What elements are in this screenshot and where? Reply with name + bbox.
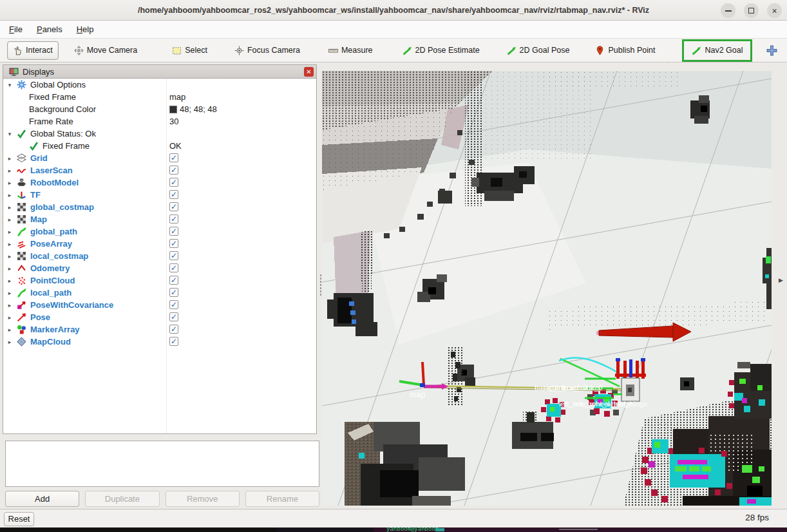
expand-arrow-icon[interactable] <box>6 204 14 211</box>
expand-arrow-icon[interactable] <box>6 302 14 309</box>
menu-file[interactable]: File <box>3 22 29 37</box>
tool-2d-goal-pose[interactable]: 2D Goal Pose <box>502 42 575 59</box>
display-checkbox[interactable] <box>169 178 178 187</box>
display-checkbox[interactable] <box>169 312 178 321</box>
display-checkbox[interactable] <box>169 263 178 272</box>
display-row-robotmodel[interactable]: RobotModel <box>3 176 316 189</box>
display-row-local-costmap[interactable]: local_costmap <box>3 250 316 262</box>
expand-arrow-icon[interactable] <box>6 216 14 223</box>
menu-panels[interactable]: Panels <box>30 22 69 37</box>
display-row-pointcloud[interactable]: PointCloud <box>3 274 316 287</box>
pose-covariance-icon <box>17 300 26 310</box>
expand-arrow-icon[interactable] <box>6 327 14 333</box>
display-row-odometry[interactable]: Odometry <box>3 262 316 274</box>
pose-icon <box>17 312 26 322</box>
reset-button[interactable]: Reset <box>4 512 34 526</box>
display-checkbox[interactable] <box>169 288 178 297</box>
display-checkbox[interactable] <box>169 153 178 162</box>
display-checkbox[interactable] <box>169 202 178 211</box>
expand-arrow-icon[interactable] <box>6 192 14 198</box>
display-name: Map <box>30 214 47 224</box>
duplicate-button[interactable]: Duplicate <box>85 491 159 507</box>
remove-button[interactable]: Remove <box>166 491 240 507</box>
display-checkbox[interactable] <box>169 227 178 236</box>
display-checkbox[interactable] <box>169 276 178 285</box>
fps-counter: 28 fps <box>745 513 769 522</box>
terminal-prompt-fragment: yahboom@yahboom <box>386 527 439 532</box>
display-row-tf[interactable]: TF <box>3 189 316 201</box>
row-fixed-frame-status[interactable]: Fixed Frame OK <box>3 140 316 152</box>
maximize-button[interactable] <box>744 3 759 18</box>
3d-viewport[interactable]: map <box>322 71 772 506</box>
panel-close-icon[interactable]: ✕ <box>304 67 314 77</box>
display-row-pose[interactable]: Pose <box>3 311 316 323</box>
title-bar[interactable]: /home/yahboom/yahboomcar_ros2_ws/yahboom… <box>0 0 787 21</box>
property-value[interactable]: map <box>169 91 185 103</box>
collapse-right-icon[interactable]: ▶ <box>779 277 783 283</box>
expand-arrow-icon[interactable] <box>6 167 14 174</box>
display-checkbox[interactable] <box>169 214 178 223</box>
expand-arrow-icon[interactable] <box>6 314 14 321</box>
display-row-laserscan[interactable]: LaserScan <box>3 164 316 176</box>
property-label: Background Color <box>29 104 96 114</box>
row-fixed-frame[interactable]: Fixed Frame map <box>3 91 316 103</box>
property-value[interactable]: 30 <box>169 115 178 128</box>
display-row-mapcloud[interactable]: MapCloud <box>3 336 316 348</box>
tool-interact[interactable]: Interact <box>7 41 59 60</box>
row-background-color[interactable]: Background Color 48; 48; 48 <box>3 103 316 115</box>
display-row-local-path[interactable]: local_path <box>3 287 316 299</box>
expand-arrow-icon[interactable] <box>6 155 14 162</box>
display-row-map[interactable]: Map <box>3 213 316 225</box>
expand-arrow-icon[interactable] <box>6 339 14 345</box>
tool-nav2-goal[interactable]: Nav2 Goal <box>687 42 748 59</box>
close-button[interactable]: × <box>767 3 782 18</box>
display-checkbox[interactable] <box>169 251 178 260</box>
row-global-status[interactable]: Global Status: Ok <box>3 128 316 140</box>
row-global-options[interactable]: Global Options <box>3 79 316 91</box>
display-row-grid[interactable]: Grid <box>3 152 316 164</box>
menu-help[interactable]: Help <box>70 22 100 37</box>
tool-label: Publish Point <box>608 46 655 55</box>
display-checkbox[interactable] <box>169 325 178 334</box>
rename-button[interactable]: Rename <box>245 491 319 507</box>
tool-select[interactable]: Select <box>167 42 213 59</box>
display-row-markerarray[interactable]: MarkerArray <box>3 323 316 336</box>
display-checkbox[interactable] <box>169 190 178 199</box>
expand-arrow-icon[interactable] <box>6 253 14 260</box>
expand-arrow-icon[interactable] <box>6 278 14 284</box>
expand-arrow-icon[interactable] <box>6 265 14 272</box>
display-checkbox[interactable] <box>169 166 178 175</box>
display-checkbox[interactable] <box>169 300 178 309</box>
expand-arrow-icon[interactable] <box>6 229 14 235</box>
tool-measure[interactable]: Measure <box>323 42 378 59</box>
displays-panel-header[interactable]: Displays ✕ <box>3 64 317 79</box>
tool-move-camera[interactable]: Move Camera <box>69 42 143 59</box>
display-row-global-path[interactable]: global_path <box>3 225 316 238</box>
gear-icon <box>17 80 26 90</box>
displays-tree[interactable]: Global Options Fixed Frame map Backgroun… <box>3 79 317 434</box>
expand-arrow-icon[interactable] <box>6 180 14 186</box>
nav2-goal-highlight-box: Nav2 Goal <box>682 39 752 62</box>
costmap-icon <box>17 251 26 261</box>
expand-arrow-icon[interactable] <box>6 131 14 137</box>
tool-label: Nav2 Goal <box>705 46 743 55</box>
tool-2d-pose-estimate[interactable]: 2D Pose Estimate <box>397 42 485 59</box>
display-checkbox[interactable] <box>169 239 178 248</box>
minimize-button[interactable] <box>721 3 735 18</box>
tool-focus-camera[interactable]: Focus Camera <box>229 42 305 59</box>
row-frame-rate[interactable]: Frame Rate 30 <box>3 115 316 128</box>
display-row-posewithcovariance[interactable]: PoseWithCovariance <box>3 299 316 311</box>
display-name: MarkerArray <box>30 325 80 334</box>
add-button[interactable]: Add <box>5 491 79 507</box>
display-checkbox[interactable] <box>169 337 178 346</box>
expand-arrow-icon[interactable] <box>6 241 14 247</box>
terminal-text-fragment <box>559 529 598 530</box>
add-tool-button[interactable] <box>761 41 782 60</box>
property-value[interactable]: 48; 48; 48 <box>169 103 217 115</box>
display-row-posearray[interactable]: PoseArray <box>3 238 316 250</box>
tool-publish-point[interactable]: Publish Point <box>590 42 660 59</box>
display-row-global-costmap[interactable]: global_costmap <box>3 201 316 213</box>
robot-icon <box>17 178 26 187</box>
expand-arrow-icon[interactable] <box>6 82 14 88</box>
expand-arrow-icon[interactable] <box>6 290 14 296</box>
